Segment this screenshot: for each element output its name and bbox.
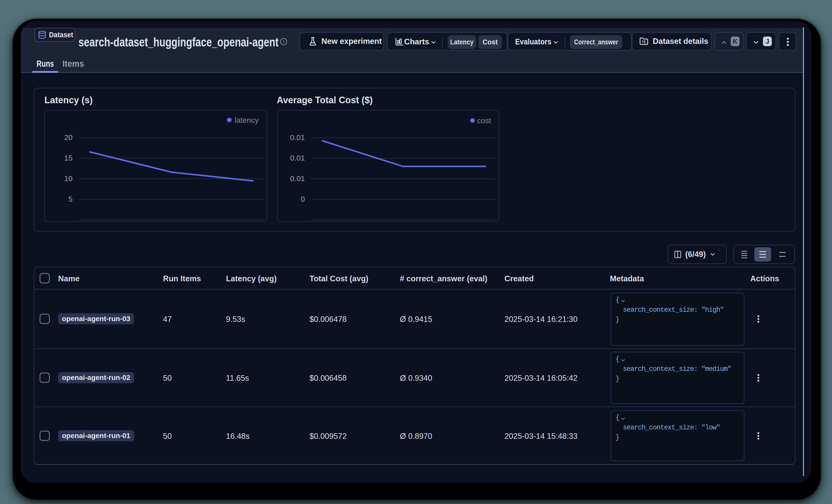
svg-text:10: 10 [64, 174, 73, 183]
svg-text:15: 15 [64, 154, 73, 162]
svg-text:latency: latency [235, 116, 259, 124]
svg-text:0.01: 0.01 [290, 174, 305, 183]
svg-text:0.01: 0.01 [290, 133, 305, 142]
svg-text:0: 0 [301, 195, 305, 203]
svg-text:20: 20 [64, 133, 73, 142]
svg-text:cost: cost [477, 116, 491, 125]
svg-text:5: 5 [68, 195, 73, 203]
svg-text:0.01: 0.01 [290, 154, 305, 162]
